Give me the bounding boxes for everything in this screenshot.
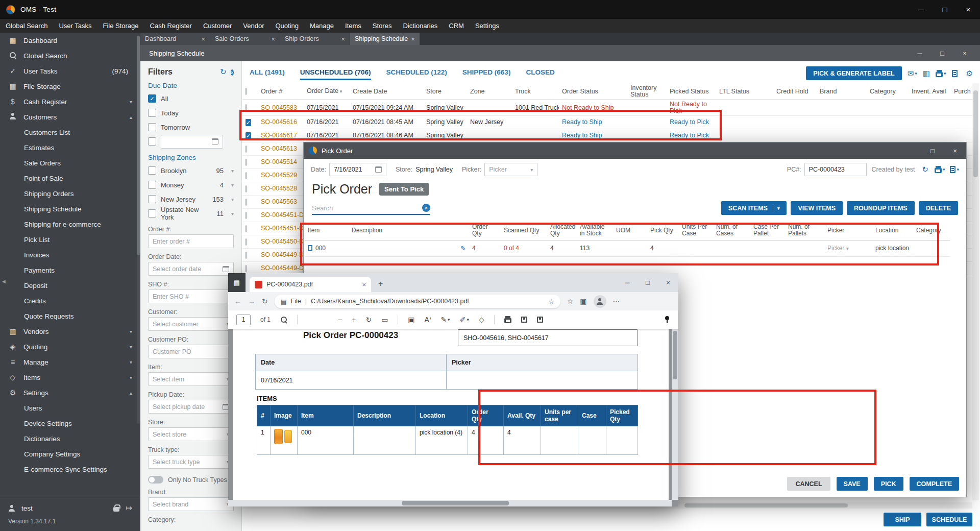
sidebar-item-user-tasks[interactable]: ✓ User Tasks (974) xyxy=(0,63,140,79)
filter-due-tomorrow[interactable]: Tomorrow xyxy=(148,120,234,134)
refresh-icon[interactable]: ↻ xyxy=(220,67,227,77)
chevron-down-icon[interactable]: ▾ xyxy=(467,317,469,322)
col-num-of-cases[interactable]: Num. of Cases xyxy=(713,221,750,240)
copy-icon[interactable]: ▣ xyxy=(408,316,414,324)
order-link[interactable]: SO-0045528 xyxy=(258,182,304,196)
pick-button[interactable]: PICK xyxy=(874,477,903,491)
sidebar-item-cash-register[interactable]: $ Cash Register ▾ xyxy=(0,94,140,109)
menubar-item[interactable]: Cash Register xyxy=(144,22,198,30)
col-pick-qty[interactable]: Pick Qty xyxy=(647,221,679,240)
search-input[interactable] xyxy=(312,204,419,212)
highlight-icon[interactable]: ✐ xyxy=(460,316,466,324)
scrollbar-thumb[interactable] xyxy=(684,503,848,508)
export-icon[interactable] xyxy=(952,70,958,77)
checkbox[interactable] xyxy=(148,109,156,117)
schedule-button[interactable]: SCHEDULE xyxy=(926,513,972,526)
order-link[interactable]: SO-0045616 xyxy=(258,116,304,129)
only-no-truck-toggle[interactable] xyxy=(148,476,163,484)
url-bar[interactable]: ▤ File | C:/Users/Karina_Shchitova/Downl… xyxy=(275,295,560,308)
due-date-input[interactable] xyxy=(161,135,223,149)
sidebar-item-vendors[interactable]: ▥ Vendors ▾ xyxy=(0,324,140,339)
row-checkbox[interactable] xyxy=(246,238,247,246)
maximize-button[interactable]: □ xyxy=(933,0,957,19)
refresh-icon[interactable]: ↻ xyxy=(262,297,268,305)
filter-due-all[interactable]: All xyxy=(148,91,234,106)
col-location[interactable]: Location xyxy=(872,221,913,240)
menubar-item[interactable]: Vendor xyxy=(237,22,270,30)
chevron-down-icon[interactable]: ▾ xyxy=(231,197,234,202)
minimize-button[interactable]: ─ xyxy=(909,45,931,61)
tab-sale-orders[interactable]: Sale Orders × xyxy=(210,33,280,45)
print-icon[interactable] xyxy=(936,72,943,77)
col-category[interactable]: Category xyxy=(913,221,950,240)
zone-checkbox[interactable] xyxy=(148,181,156,189)
chevron-down-icon[interactable]: ▾ xyxy=(448,317,450,322)
sidebar-subitem-customers[interactable]: Customers List xyxy=(0,125,140,140)
tab-shipping-schedule[interactable]: Shipping Schedule × xyxy=(350,33,420,45)
logout-icon[interactable]: ↦ xyxy=(126,503,132,513)
pin-toolbar-icon[interactable] xyxy=(664,316,670,323)
tab-unscheduled[interactable]: UNSCHEDULED (706) xyxy=(300,68,371,80)
mail-icon[interactable]: ✉ xyxy=(908,69,914,78)
tab-actions-button[interactable]: ▤ xyxy=(228,273,246,292)
sidebar-subitem-customers[interactable]: Deposit xyxy=(0,278,140,293)
col-item[interactable]: Item xyxy=(305,221,349,240)
print-icon[interactable] xyxy=(935,168,942,173)
close-icon[interactable]: × xyxy=(201,35,205,43)
row-checkbox[interactable] xyxy=(246,185,247,192)
refresh-icon[interactable]: ↻ xyxy=(922,165,928,174)
col-num-of-pallets[interactable]: Num. of Pallets xyxy=(785,221,824,240)
menubar-item[interactable]: Quoting xyxy=(270,22,304,30)
order-link[interactable]: SO-0045617 xyxy=(258,129,304,142)
save-icon[interactable] xyxy=(521,317,527,323)
sidebar-scrollbar-thumb[interactable] xyxy=(137,36,140,255)
add-favorite-star-icon[interactable]: ☆ xyxy=(549,298,554,305)
col-credit-hold[interactable]: Credit Hold xyxy=(773,83,817,100)
menubar-item[interactable]: Items xyxy=(339,22,367,30)
menubar-item[interactable]: File Storage xyxy=(97,22,144,30)
col-zone[interactable]: Zone xyxy=(467,83,512,100)
sidebar-subitem-customers[interactable]: Invoices xyxy=(0,247,140,262)
back-icon[interactable]: ← xyxy=(234,297,241,305)
row-checkbox[interactable] xyxy=(246,199,247,206)
sidebar-item-dashboard[interactable]: ▦ Dashboard xyxy=(0,33,140,48)
close-icon[interactable]: × xyxy=(341,35,345,43)
close-icon[interactable]: × xyxy=(411,35,415,43)
order-link[interactable]: SO-0045451-D xyxy=(258,222,304,235)
store-select[interactable]: Select store▾ xyxy=(148,427,234,441)
col-units-per-case[interactable]: Units Per Case xyxy=(679,221,713,240)
row-checkbox[interactable] xyxy=(246,104,247,111)
sidebar-subitem-customers[interactable]: Credits xyxy=(0,293,140,308)
sidebar-item-manage[interactable]: ≡ Manage ▾ xyxy=(0,354,140,370)
order-link[interactable]: SO-0045451-D xyxy=(258,209,304,222)
chevron-down-icon[interactable]: ▾ xyxy=(944,71,946,76)
checkbox[interactable] xyxy=(148,123,156,131)
tab-closed[interactable]: CLOSED xyxy=(526,68,554,80)
chevron-down-icon[interactable]: ▾ xyxy=(773,206,780,211)
menubar-item[interactable]: Manage xyxy=(304,22,339,30)
save-button[interactable]: SAVE xyxy=(837,477,868,491)
row-checkbox[interactable] xyxy=(246,159,247,166)
sidebar-subitem-customers[interactable]: Shipping Schedule xyxy=(0,201,140,216)
sidebar-item-file-storage[interactable]: ▤ File Storage xyxy=(0,79,140,94)
col-order-status[interactable]: Order Status xyxy=(559,83,627,100)
sidebar-subitem-customers[interactable]: Quote Requests xyxy=(0,308,140,324)
edit-pencil-icon[interactable]: ✎ xyxy=(460,245,466,252)
tab-shipped[interactable]: SHIPPED (663) xyxy=(462,68,511,80)
col-order-number[interactable]: Order # xyxy=(258,83,304,100)
row-checkbox[interactable] xyxy=(246,252,247,259)
ship-button[interactable]: SHIP xyxy=(884,513,921,526)
col-allocated-qty[interactable]: Allocated Qty xyxy=(547,221,577,240)
close-icon[interactable]: × xyxy=(362,281,366,288)
chevron-down-icon[interactable]: ▾ xyxy=(915,71,917,76)
select-all-checkbox[interactable] xyxy=(246,88,247,95)
sidebar-subitem-customers[interactable]: Sale Orders xyxy=(0,155,140,171)
export-icon[interactable] xyxy=(950,166,955,173)
cancel-button[interactable]: CANCEL xyxy=(787,477,830,491)
menubar-item[interactable]: User Tasks xyxy=(53,22,97,30)
menubar-item[interactable]: Global Search xyxy=(0,22,53,30)
roundup-items-button[interactable]: ROUNDUP ITEMS xyxy=(847,201,915,215)
pdf-tab[interactable]: PC-0000423.pdf × xyxy=(250,277,371,292)
sho-number-input[interactable] xyxy=(153,293,229,300)
minimize-button[interactable]: ─ xyxy=(910,0,933,19)
